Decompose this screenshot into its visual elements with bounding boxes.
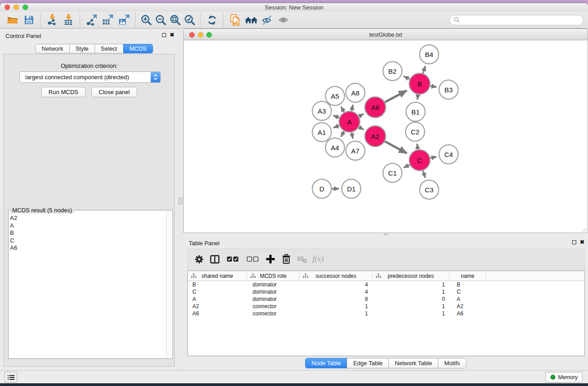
table-cell[interactable]: 1 — [300, 310, 373, 317]
table-cell[interactable]: A6 — [188, 310, 247, 317]
table-cell[interactable]: B — [188, 281, 247, 288]
import-table-icon[interactable] — [60, 13, 76, 27]
close-window-button[interactable] — [5, 5, 10, 10]
column-header-name[interactable]: name — [449, 271, 486, 281]
splitter-grip[interactable] — [384, 234, 388, 235]
node-table[interactable]: shared name MCDS role successor nodes pr… — [187, 271, 585, 356]
select-all-columns-icon[interactable] — [223, 251, 243, 267]
splitter-grip[interactable] — [178, 198, 182, 204]
minimize-window-button[interactable] — [14, 5, 19, 10]
table-cell[interactable]: A — [449, 296, 486, 302]
close-panel-button[interactable]: Close panel — [91, 87, 137, 97]
table-row[interactable]: A6connector11A6 — [188, 310, 584, 317]
column-header-successor-nodes[interactable]: successor nodes — [300, 271, 373, 281]
table-cell[interactable]: C — [188, 289, 247, 295]
table-cell[interactable]: A6 — [449, 310, 486, 317]
show-panels-button[interactable] — [5, 372, 17, 382]
resize-grip-icon[interactable] — [582, 227, 587, 232]
tab-edge-table[interactable]: Edge Table — [347, 358, 389, 368]
network-close-button[interactable] — [189, 32, 195, 38]
table-settings-icon[interactable] — [191, 251, 207, 267]
table-cell[interactable]: A — [188, 296, 247, 302]
table-cell[interactable]: A2 — [188, 303, 247, 310]
vertical-splitter[interactable] — [178, 29, 183, 370]
float-panel-icon[interactable] — [162, 33, 166, 37]
table-cell[interactable]: dominator — [247, 281, 300, 288]
tab-style[interactable]: Style — [69, 44, 95, 53]
delete-table-icon[interactable] — [294, 251, 310, 267]
network-canvas[interactable]: B4B2BB3A8A5A6A3B1AC2A1A2A4A7C4CC1DC3D1 — [183, 40, 588, 233]
criterion-dropdown[interactable]: largest connected component (directed) — [19, 71, 161, 83]
table-cell[interactable]: dominator — [247, 296, 300, 302]
result-item[interactable]: A6 — [10, 244, 165, 252]
tab-network[interactable]: Network — [35, 44, 70, 53]
table-cell[interactable]: dominator — [247, 289, 300, 295]
table-cell[interactable]: 4 — [300, 281, 373, 288]
table-row[interactable]: Bdominator41B — [188, 281, 584, 288]
float-panel-icon[interactable] — [572, 240, 576, 244]
table-cell[interactable]: 8 — [300, 296, 373, 302]
show-columns-icon[interactable] — [207, 251, 223, 267]
import-network-icon[interactable] — [44, 13, 60, 27]
result-item[interactable]: A — [10, 222, 165, 230]
hide-selected-icon[interactable] — [259, 13, 276, 27]
table-body[interactable]: Bdominator41BCdominator41CAdominator80AA… — [188, 281, 584, 317]
tab-mcds[interactable]: MCDS — [123, 44, 153, 53]
tab-node-table[interactable]: Node Table — [305, 358, 348, 368]
result-item[interactable]: C — [10, 237, 165, 245]
export-image-icon[interactable] — [116, 13, 132, 27]
zoom-fit-icon[interactable] — [168, 13, 182, 27]
zoom-in-icon[interactable] — [139, 13, 153, 27]
result-item[interactable]: B — [10, 229, 165, 237]
column-header-mcds-role[interactable]: MCDS role — [247, 271, 300, 281]
table-row[interactable]: Adominator80A — [188, 295, 584, 303]
table-cell[interactable]: B — [449, 281, 486, 288]
network-window-titlebar[interactable]: testGlobe.txt — [183, 29, 588, 40]
network-graph[interactable]: B4B2BB3A8A5A6A3B1AC2A1A2A4A7C4CC1DC3D1 — [184, 40, 588, 231]
table-cell[interactable]: 1 — [373, 289, 449, 295]
search-input[interactable] — [460, 17, 579, 23]
table-cell[interactable]: 1 — [300, 303, 373, 310]
show-all-icon[interactable] — [276, 13, 292, 27]
zoom-out-icon[interactable] — [153, 13, 168, 27]
network-zoom-button[interactable] — [206, 32, 212, 38]
result-item[interactable]: A2 — [10, 214, 165, 222]
close-panel-icon[interactable]: ✖ — [170, 33, 174, 37]
search-box[interactable] — [449, 15, 583, 25]
table-cell[interactable]: 4 — [300, 289, 373, 295]
open-file-icon[interactable] — [5, 13, 21, 27]
export-table-icon[interactable] — [100, 13, 116, 27]
zoom-window-button[interactable] — [23, 5, 28, 10]
new-network-from-selection-icon[interactable] — [227, 13, 243, 27]
tab-motifs[interactable]: Motifs — [438, 358, 466, 368]
save-session-icon[interactable] — [21, 13, 37, 27]
result-scrollbar[interactable] — [166, 211, 172, 358]
table-cell[interactable]: 1 — [373, 281, 449, 288]
close-panel-icon[interactable]: ✖ — [580, 240, 584, 244]
delete-column-icon[interactable] — [278, 251, 294, 267]
table-cell[interactable]: A2 — [449, 303, 486, 310]
table-cell[interactable]: 1 — [373, 310, 449, 317]
memory-button[interactable]: Memory — [545, 372, 583, 382]
table-cell[interactable]: C — [449, 289, 486, 295]
table-row[interactable]: Cdominator41C — [188, 288, 584, 295]
run-mcds-button[interactable]: Run MCDS — [41, 87, 86, 97]
table-row[interactable]: A2connector11A2 — [188, 303, 584, 310]
table-cell[interactable]: connector — [247, 310, 300, 317]
table-cell[interactable]: connector — [247, 303, 300, 310]
network-minimize-button[interactable] — [198, 32, 203, 38]
column-header-shared-name[interactable]: shared name — [188, 271, 247, 281]
tab-select[interactable]: Select — [95, 44, 124, 53]
home-icon[interactable] — [243, 13, 259, 27]
function-builder-icon[interactable]: f(x) — [310, 251, 326, 267]
mcds-result-list[interactable]: A2ABCA6 — [10, 214, 165, 357]
tab-network-table[interactable]: Network Table — [388, 358, 438, 368]
export-network-icon[interactable] — [83, 13, 100, 27]
column-header-predecessor-nodes[interactable]: predecessor nodes — [373, 271, 449, 281]
table-cell[interactable]: 0 — [373, 296, 449, 302]
refresh-view-icon[interactable] — [204, 13, 220, 27]
zoom-selected-icon[interactable] — [182, 13, 197, 27]
table-cell[interactable]: 1 — [373, 303, 449, 310]
unselect-all-columns-icon[interactable] — [243, 251, 263, 267]
add-column-icon[interactable] — [263, 251, 278, 267]
